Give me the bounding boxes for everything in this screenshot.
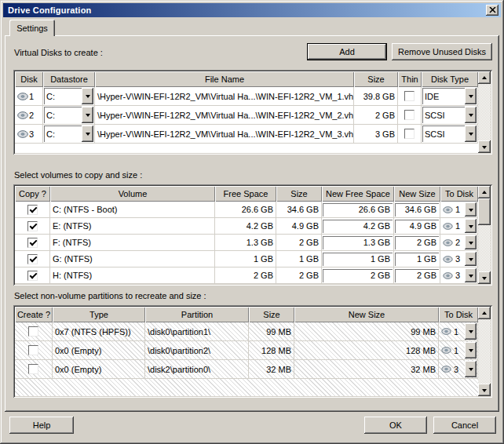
thin-checkbox[interactable]: [404, 129, 415, 139]
close-icon: [489, 5, 496, 15]
chevron-down-icon[interactable]: [465, 202, 477, 217]
column-header-free-space: Free Space: [215, 186, 276, 202]
new-free-space-cell: 4.2 GB: [322, 218, 394, 235]
partitions-scrollbar[interactable]: [478, 307, 491, 396]
copy-checkbox[interactable]: [27, 221, 38, 231]
virtual-disks-scrollbar[interactable]: [478, 71, 491, 153]
scroll-up-button[interactable]: [478, 307, 491, 319]
volume-cell: H: (NTFS): [50, 267, 215, 284]
chevron-down-icon[interactable]: [465, 361, 477, 377]
new-size-input[interactable]: 1 GB: [395, 253, 439, 266]
disk-type-dropdown[interactable]: SCSI: [422, 107, 477, 123]
virtual-disks-table: Disk Datastore File Name Size Thin Disk …: [13, 70, 492, 155]
disk-type-dropdown[interactable]: IDE: [422, 88, 477, 104]
new-free-space-input[interactable]: 1 GB: [323, 253, 393, 266]
create-checkbox[interactable]: [28, 326, 38, 337]
thin-checkbox[interactable]: [404, 91, 415, 101]
new-free-space-cell: 26.6 GB: [322, 202, 394, 218]
volumes-scrollbar[interactable]: [478, 186, 491, 284]
new-size-cell: 1 GB: [394, 251, 440, 267]
create-checkbox[interactable]: [28, 345, 38, 355]
chevron-down-icon[interactable]: [82, 107, 93, 123]
cancel-button[interactable]: Cancel: [433, 417, 496, 434]
datastore-cell: C:: [43, 87, 95, 106]
new-free-space-input[interactable]: 26.6 GB: [323, 203, 393, 217]
scroll-down-button[interactable]: [478, 140, 491, 153]
copy-checkbox[interactable]: [27, 271, 38, 281]
new-free-space-input[interactable]: 4.2 GB: [323, 220, 393, 233]
new-free-space-input[interactable]: 1.3 GB: [323, 236, 393, 249]
column-header-new-size: New Size: [394, 186, 440, 202]
copy-checkbox[interactable]: [27, 205, 38, 215]
add-button[interactable]: Add: [307, 43, 387, 60]
copy-cell: [15, 202, 50, 218]
new-size-cell: 2 GB: [394, 267, 440, 284]
thin-cell: [398, 87, 422, 106]
create-checkbox[interactable]: [28, 364, 38, 374]
copy-cell: [15, 251, 50, 267]
column-header-volume: Volume: [50, 186, 215, 202]
file-name-cell: \Hyper-V\WIN-EFI-12R2_VM\Virtual Ha...\W…: [95, 87, 354, 106]
copy-checkbox[interactable]: [27, 238, 38, 248]
close-button[interactable]: [486, 5, 499, 16]
scroll-down-button[interactable]: [478, 384, 491, 396]
disk-type-cell: IDE: [422, 87, 478, 106]
chevron-down-icon[interactable]: [82, 88, 93, 104]
chevron-down-icon[interactable]: [465, 88, 477, 104]
remove-unused-disks-button[interactable]: Remove Unused Disks: [392, 43, 492, 60]
column-header-disk: Disk: [15, 71, 43, 87]
disk-icon: [443, 239, 453, 246]
chevron-down-icon[interactable]: [465, 323, 477, 340]
chevron-down-icon[interactable]: [465, 107, 477, 123]
column-header-datastore: Datastore: [43, 71, 95, 87]
to-disk-cell: 3: [440, 251, 478, 267]
disk-icon: [441, 366, 451, 373]
scroll-up-button[interactable]: [478, 186, 491, 198]
scroll-thumb[interactable]: [478, 198, 491, 225]
datastore-value: C:: [44, 129, 82, 139]
new-size-input[interactable]: 2 GB: [395, 236, 439, 249]
column-header-partition: Partition: [145, 307, 249, 322]
chevron-down-icon[interactable]: [465, 126, 477, 142]
datastore-dropdown[interactable]: C:: [44, 126, 93, 142]
free-space-cell: 2 GB: [215, 267, 276, 284]
new-size-input[interactable]: 34.6 GB: [395, 203, 439, 217]
scroll-down-button[interactable]: [478, 271, 491, 284]
volume-row: C: (NTFS - Boot) 26.6 GB 34.6 GB 26.6 GB…: [15, 202, 478, 218]
disk-type-value: IDE: [422, 92, 465, 101]
ok-button[interactable]: OK: [364, 417, 427, 434]
new-free-space-input[interactable]: 2 GB: [323, 269, 393, 282]
disk-type-dropdown[interactable]: SCSI: [422, 126, 477, 142]
column-header-to-disk: To Disk: [439, 307, 478, 322]
column-header-new-size: New Size: [294, 307, 439, 322]
disk-icon: [441, 347, 451, 354]
new-size-input[interactable]: 4.9 GB: [395, 220, 439, 233]
copy-cell: [15, 218, 50, 235]
chevron-down-icon[interactable]: [465, 219, 477, 233]
datastore-value: C:: [44, 92, 82, 101]
disk-icon: [443, 223, 453, 230]
help-button[interactable]: Help: [9, 417, 74, 434]
chevron-down-icon[interactable]: [465, 252, 477, 266]
new-free-space-cell: 2 GB: [322, 267, 394, 284]
chevron-down-icon[interactable]: [465, 268, 477, 282]
disk-cell: 2: [15, 106, 43, 125]
volume-row: E: (NTFS) 4.2 GB 4.9 GB 4.2 GB 4.9 GB 1: [15, 218, 478, 235]
title-bar[interactable]: Drive Configuration: [3, 3, 501, 17]
new-size-input[interactable]: 2 GB: [395, 269, 439, 282]
tab-settings[interactable]: Settings: [9, 20, 55, 36]
thin-checkbox[interactable]: [404, 110, 415, 120]
copy-checkbox[interactable]: [27, 254, 38, 264]
copy-cell: [15, 267, 50, 284]
datastore-cell: C:: [43, 125, 95, 144]
arrow-down-icon: [482, 146, 487, 151]
chevron-down-icon[interactable]: [82, 126, 93, 142]
datastore-dropdown[interactable]: C:: [44, 107, 93, 123]
chevron-down-icon[interactable]: [465, 235, 477, 249]
partition-path-cell: \disk2\partition0\: [145, 360, 249, 379]
datastore-dropdown[interactable]: C:: [44, 88, 93, 104]
scroll-up-button[interactable]: [478, 71, 491, 84]
virtual-disks-header: Disk Datastore File Name Size Thin Disk …: [15, 71, 478, 87]
chevron-down-icon[interactable]: [465, 342, 477, 358]
disk-number: 3: [29, 129, 34, 139]
